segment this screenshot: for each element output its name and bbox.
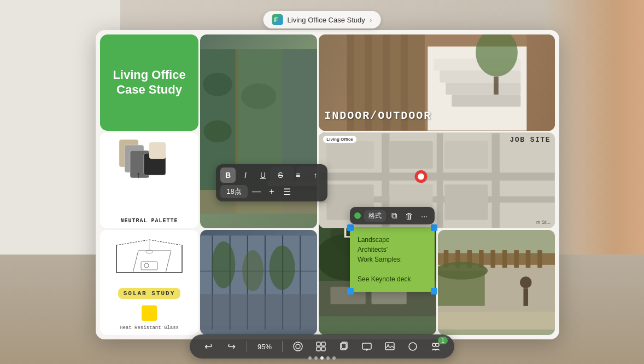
- collaborate-count: 1: [438, 337, 448, 344]
- svg-point-25: [203, 73, 232, 96]
- redo-button[interactable]: ↪: [224, 339, 239, 354]
- note-handle-tr[interactable]: [431, 224, 437, 231]
- living-office-tag: Living Office: [323, 136, 356, 143]
- architectural-sketch: [104, 234, 194, 284]
- bold-button[interactable]: B: [220, 167, 236, 183]
- copy-note-button[interactable]: ⧉: [389, 210, 400, 222]
- svg-point-60: [212, 241, 235, 288]
- svg-rect-85: [445, 141, 488, 168]
- top-navigation-bar: F Living Office Case Study ›: [264, 11, 381, 28]
- svg-point-103: [520, 276, 531, 288]
- format-toolbar: B I U S ≡ ↑ 18点 — + ☰: [216, 164, 327, 201]
- svg-point-123: [436, 343, 439, 346]
- freeform-app-icon: F: [272, 14, 283, 25]
- svg-point-90: [418, 173, 425, 180]
- align-button[interactable]: ≡: [290, 167, 306, 183]
- font-size-display: 18点: [220, 185, 248, 198]
- title-card: Living Office Case Study: [100, 34, 198, 131]
- more-note-button[interactable]: ···: [419, 210, 430, 222]
- undo-button[interactable]: ↩: [201, 339, 216, 354]
- palette-label: NEUTRAL PALETTE: [120, 218, 178, 224]
- svg-rect-46: [446, 83, 521, 95]
- format-row-1: B I U S ≡ ↑: [220, 167, 323, 183]
- svg-rect-49: [494, 77, 499, 95]
- underline-button[interactable]: U: [255, 167, 271, 183]
- svg-text:↑: ↑: [136, 170, 140, 180]
- svg-point-121: [409, 343, 417, 350]
- svg-rect-84: [390, 141, 433, 168]
- page-dot-5[interactable]: [332, 356, 336, 360]
- page-dot-3[interactable]: [320, 356, 324, 360]
- palette-card: ↑ NEUTRAL PALETTE: [100, 132, 198, 229]
- format-label-button[interactable]: 格式: [364, 210, 386, 222]
- svg-rect-47: [452, 95, 521, 107]
- note-action-bar: 格式 ⧉ 🗑 ···: [350, 207, 435, 224]
- indoor-outdoor-card: INDOOR/OUTDOOR: [319, 34, 555, 131]
- solar-study-label: SOLAR STUDY: [118, 288, 181, 299]
- note-handle-br[interactable]: [431, 288, 437, 294]
- svg-point-27: [203, 120, 231, 143]
- svg-rect-110: [317, 342, 320, 346]
- shapes-button[interactable]: [405, 339, 420, 354]
- sticky-note: [142, 305, 157, 321]
- board-title: Living Office Case Study: [288, 16, 365, 24]
- svg-rect-102: [537, 250, 542, 268]
- glass-wall-card: [200, 230, 317, 335]
- note-handle-tl[interactable]: [347, 224, 354, 231]
- bottom-toolbar: ↩ ↪ 95%: [190, 334, 454, 359]
- italic-button[interactable]: I: [238, 167, 253, 183]
- glass-wall-image: [200, 230, 317, 335]
- delete-note-button[interactable]: 🗑: [403, 210, 415, 222]
- collaborate-button[interactable]: 1: [428, 339, 443, 354]
- svg-rect-98: [490, 250, 495, 268]
- palette-swatches: ↑: [104, 137, 194, 181]
- decrease-size-button[interactable]: —: [250, 185, 263, 198]
- svg-point-108: [294, 342, 302, 351]
- svg-rect-99: [502, 250, 507, 268]
- outdoor-building-card: [438, 230, 555, 335]
- svg-rect-100: [514, 250, 519, 268]
- board-title-text: Living Office Case Study: [113, 68, 185, 97]
- svg-rect-116: [362, 343, 371, 349]
- strikethrough-button[interactable]: S: [273, 167, 288, 183]
- svg-text:F: F: [274, 16, 278, 23]
- page-dots: [308, 356, 336, 360]
- page-dot-2[interactable]: [314, 356, 318, 360]
- zoom-level: 95%: [255, 343, 274, 351]
- svg-point-26: [205, 97, 231, 119]
- svg-rect-6: [149, 142, 166, 159]
- copy-button[interactable]: [336, 339, 352, 354]
- job-site-label: JOB SITE: [510, 136, 551, 144]
- svg-point-62: [269, 245, 295, 290]
- increase-size-button[interactable]: +: [265, 185, 278, 198]
- page-dot-1[interactable]: [308, 356, 312, 360]
- insert-button[interactable]: [313, 339, 329, 354]
- list-button[interactable]: ☰: [280, 185, 294, 198]
- media-button[interactable]: [382, 339, 397, 354]
- svg-point-61: [242, 250, 264, 291]
- svg-point-28: [241, 83, 276, 109]
- sketch-card: SOLAR STUDY Heat Resistant Glass: [100, 230, 198, 335]
- toolbar-divider-2: [282, 341, 283, 352]
- heat-label: Heat Resistant Glass: [120, 325, 179, 331]
- page-dot-4[interactable]: [326, 356, 330, 360]
- indoor-outdoor-label: INDOOR/OUTDOOR: [324, 109, 431, 122]
- freeform-board[interactable]: Living Office Case Study ↑ NEUTRAL PALET…: [96, 30, 559, 339]
- note-color-dot: [354, 212, 361, 219]
- more-format-button[interactable]: ↑: [308, 167, 323, 183]
- svg-rect-112: [317, 347, 320, 351]
- svg-point-109: [296, 344, 300, 349]
- svg-rect-83: [327, 141, 374, 168]
- toolbar-divider-1: [247, 341, 247, 352]
- street-label: m St...: [536, 219, 551, 225]
- chevron-icon: ›: [370, 15, 372, 24]
- note-handle-bl[interactable]: [347, 288, 354, 294]
- pen-tool-button[interactable]: [290, 339, 306, 354]
- green-sticky-note[interactable]: Landscape Architects' Work Samples: See …: [350, 227, 435, 292]
- svg-rect-113: [321, 347, 325, 351]
- svg-point-122: [432, 343, 436, 346]
- screen-button[interactable]: [359, 339, 374, 354]
- svg-rect-81: [437, 133, 443, 228]
- svg-rect-82: [492, 133, 500, 228]
- svg-rect-111: [321, 342, 325, 346]
